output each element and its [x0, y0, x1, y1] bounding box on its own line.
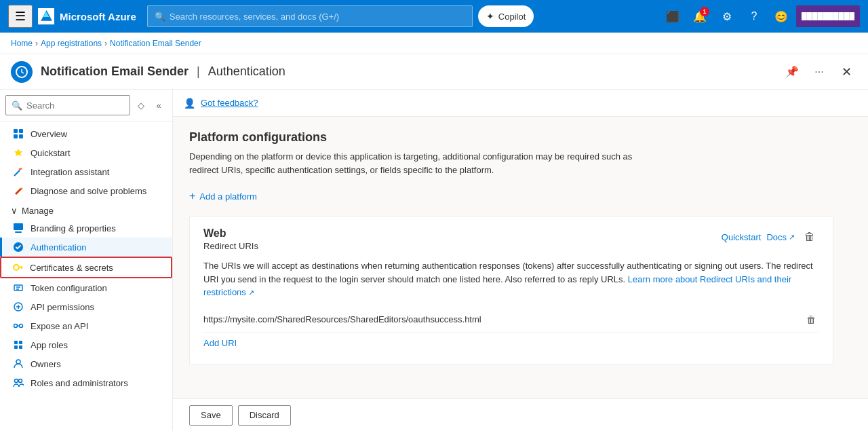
global-search-box[interactable]: 🔍	[147, 5, 473, 27]
content-scroll: Platform configurations Depending on the…	[173, 117, 868, 398]
svg-rect-10	[14, 285, 22, 291]
sidebar-item-overview[interactable]: Overview	[0, 124, 172, 143]
sidebar-search-input[interactable]	[26, 100, 124, 111]
sidebar-item-roles-admins[interactable]: Roles and administrators	[0, 373, 172, 392]
hamburger-menu-button[interactable]: ☰	[8, 5, 33, 28]
avatar-text: ██████████	[802, 12, 854, 20]
web-card-delete-button[interactable]: 🗑	[800, 227, 819, 246]
feedback-icon-button[interactable]: 😊	[769, 4, 793, 29]
svg-line-5	[14, 170, 20, 176]
page-header-sep: |	[197, 64, 200, 79]
sidebar-search-box[interactable]: 🔍	[5, 95, 130, 115]
docs-link[interactable]: Docs ↗	[766, 232, 795, 242]
avatar-button[interactable]: ██████████	[796, 5, 860, 27]
sidebar-item-owners-label: Owners	[31, 359, 61, 369]
sidebar-collapse-button[interactable]: «	[151, 97, 167, 113]
sidebar-item-integration[interactable]: Integration assistant	[0, 162, 172, 181]
search-icon: 🔍	[155, 12, 165, 22]
copilot-icon: ✦	[486, 11, 494, 22]
sidebar-item-owners[interactable]: Owners	[0, 354, 172, 373]
sidebar-item-token-label: Token configuration	[31, 283, 107, 293]
web-card-title-area: Web Redirect URIs	[203, 227, 258, 251]
add-uri-label: Add URI	[203, 338, 237, 348]
uri-row: https://mysite.com/SharedResources/Share…	[203, 307, 819, 333]
web-card-subtitle: Redirect URIs	[203, 241, 258, 251]
sidebar-item-token-config[interactable]: Token configuration	[0, 278, 172, 297]
svg-point-21	[16, 360, 20, 364]
copilot-label: Copilot	[498, 12, 526, 22]
sidebar-item-diagnose[interactable]: Diagnose and solve problems	[0, 181, 172, 200]
rocket-icon	[13, 147, 24, 158]
expose-icon	[13, 320, 24, 331]
save-button[interactable]: Save	[189, 405, 233, 426]
sidebar-item-certificates[interactable]: Certificates & secrets	[0, 257, 172, 278]
page-header: Notification Email Sender | Authenticati…	[0, 54, 868, 90]
sidebar-expand-button[interactable]: ◇	[133, 97, 149, 113]
sidebar-item-api-permissions-label: API permissions	[31, 302, 94, 312]
platform-configs-title: Platform configurations	[189, 130, 852, 145]
more-options-button[interactable]: ···	[808, 61, 830, 83]
sidebar-item-expose-api[interactable]: Expose an API	[0, 316, 172, 335]
external-link-icon-2: ↗	[248, 288, 254, 297]
copilot-button[interactable]: ✦ Copilot	[478, 5, 534, 27]
uri-delete-button[interactable]: 🗑	[803, 312, 819, 328]
page-app-title: Notification Email Sender	[41, 64, 189, 79]
quickstart-link[interactable]: Quickstart	[722, 232, 762, 242]
discard-button[interactable]: Discard	[238, 405, 291, 426]
roles-icon	[13, 377, 24, 388]
sidebar-item-roles-admins-label: Roles and administrators	[31, 378, 128, 388]
delete-icon: 🗑	[804, 231, 815, 243]
feedback-link[interactable]: Got feedback?	[201, 98, 258, 108]
manage-section-header[interactable]: ∨ Manage	[0, 200, 172, 219]
svg-rect-1	[14, 129, 18, 133]
sidebar-item-quickstart[interactable]: Quickstart	[0, 143, 172, 162]
svg-point-22	[15, 379, 18, 383]
breadcrumb-app-name[interactable]: Notification Email Sender	[110, 39, 201, 48]
settings-button[interactable]: ⚙	[715, 4, 739, 29]
pin-button[interactable]: 📌	[781, 61, 803, 83]
sidebar-item-branding[interactable]: Branding & properties	[0, 219, 172, 238]
breadcrumb-app-registrations[interactable]: App registrations	[41, 39, 102, 48]
close-button[interactable]: ✕	[835, 61, 857, 83]
sidebar-item-diagnose-label: Diagnose and solve problems	[31, 186, 146, 196]
global-search-input[interactable]	[170, 12, 465, 22]
sidebar-item-branding-label: Branding & properties	[31, 223, 116, 233]
web-card-actions: Quickstart Docs ↗ 🗑	[722, 227, 819, 246]
key-icon	[12, 262, 23, 273]
feedback-icon: 👤	[184, 98, 195, 109]
wrench-icon	[13, 185, 24, 196]
breadcrumb-home[interactable]: Home	[11, 39, 33, 48]
breadcrumb-sep-2: ›	[104, 39, 107, 48]
notification-badge: 1	[700, 7, 709, 16]
web-card: Web Redirect URIs Quickstart Docs ↗ 🗑	[189, 216, 833, 365]
uri-text: https://mysite.com/SharedResources/Share…	[203, 314, 797, 324]
azure-logo: Microsoft Azure	[38, 8, 136, 24]
svg-point-14	[14, 324, 18, 328]
sidebar-search-row: 🔍 ◇ «	[0, 90, 172, 121]
page-header-subtitle: Authentication	[208, 64, 285, 79]
sidebar-chevron-btns: ◇ «	[133, 97, 167, 113]
help-button[interactable]: ?	[742, 4, 766, 29]
token-icon	[13, 282, 24, 293]
sidebar-item-quickstart-label: Quickstart	[31, 148, 71, 158]
breadcrumb: Home › App registrations › Notification …	[0, 33, 868, 54]
web-card-header: Web Redirect URIs Quickstart Docs ↗ 🗑	[203, 227, 819, 251]
cloud-shell-button[interactable]: ⬛	[660, 4, 685, 29]
uri-delete-icon: 🗑	[806, 314, 816, 325]
svg-point-9	[14, 265, 19, 270]
svg-rect-17	[14, 341, 18, 344]
add-uri-button[interactable]: Add URI	[203, 333, 237, 354]
platform-configs-desc: Depending on the platform or device this…	[189, 150, 664, 176]
azure-logo-text: Microsoft Azure	[60, 11, 136, 22]
notifications-button[interactable]: 🔔 1	[688, 4, 712, 29]
azure-auth-icon	[13, 242, 24, 252]
add-platform-button[interactable]: + Add a platform	[189, 187, 257, 205]
svg-rect-18	[19, 341, 22, 344]
sidebar-item-app-roles[interactable]: App roles	[0, 335, 172, 354]
sidebar-item-authentication[interactable]: Authentication	[0, 238, 172, 257]
sidebar-item-expose-api-label: Expose an API	[31, 321, 88, 331]
manage-chevron-icon: ∨	[11, 206, 18, 216]
branding-icon	[13, 223, 24, 233]
sidebar-item-api-permissions[interactable]: API permissions	[0, 297, 172, 316]
sidebar: 🔍 ◇ « Overview	[0, 90, 173, 431]
